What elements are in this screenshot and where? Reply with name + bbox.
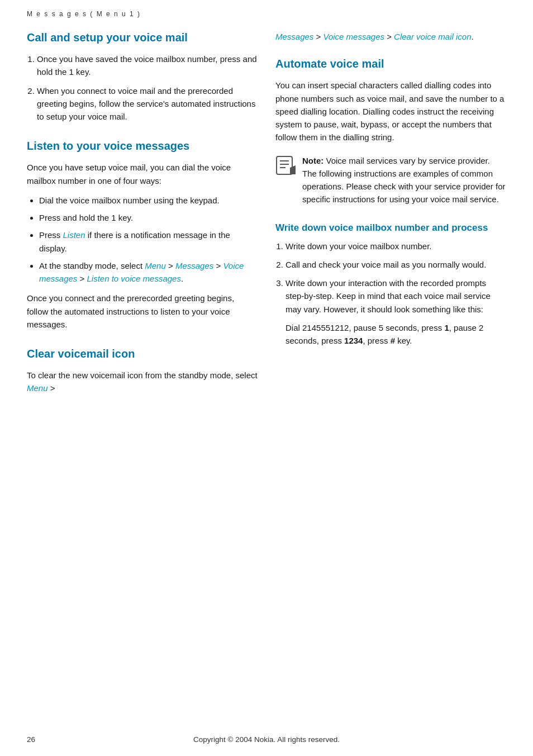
write-step-2: Call and check your voice mail as you no… (285, 258, 506, 271)
listen-link: Listen (63, 230, 85, 240)
steps-call-setup: Once you have saved the voice mailbox nu… (37, 53, 258, 123)
heading-automate: Automate voice mail (275, 56, 506, 71)
section-automate: Automate voice mail You can insert speci… (275, 56, 506, 206)
section-listen: Listen to your voice messages Once you h… (27, 139, 258, 331)
clear-voicemail-para: To clear the new voicemail icon from the… (27, 369, 258, 395)
listen-sub-para: Once you connect and the prerecorded gre… (27, 292, 258, 331)
note-text: Note: Voice mail services vary by servic… (302, 154, 506, 206)
dial-example: Dial 2145551212, pause 5 seconds, press … (285, 321, 506, 348)
write-down-steps: Write down your voice mailbox number. Ca… (285, 240, 506, 348)
section-call-setup: Call and setup your voice mail Once you … (27, 30, 258, 123)
heading-call-setup: Call and setup your voice mail (27, 30, 258, 45)
bullet-3: Press Listen if there is a notification … (39, 229, 258, 255)
breadcrumb-clear: Clear voice mail icon (394, 32, 471, 41)
write-step-3: Write down your interaction with the rec… (285, 277, 506, 347)
footer-copyright: Copyright © 2004 Nokia. All rights reser… (0, 735, 533, 744)
heading-write-down: Write down voice mailbox number and proc… (275, 222, 506, 234)
right-breadcrumb: Messages > Voice messages > Clear voice … (275, 30, 506, 43)
section-write-down: Write down voice mailbox number and proc… (275, 222, 506, 348)
note-bold: Note: (302, 156, 323, 165)
note-icon (275, 155, 296, 175)
breadcrumb-voice-messages: Voice messages (323, 32, 384, 41)
heading-clear-voicemail: Clear voicemail icon (27, 346, 258, 361)
svg-marker-4 (290, 165, 296, 174)
page-breadcrumb: M e s s a g e s ( M e n u 1 ) (27, 10, 506, 18)
automate-para: You can insert special characters called… (275, 79, 506, 144)
bullet-1: Dial the voice mailbox number using the … (39, 194, 258, 207)
menu-link-clear: Menu (27, 383, 48, 393)
write-step-1: Write down your voice mailbox number. (285, 240, 506, 253)
section-clear-voicemail: Clear voicemail icon To clear the new vo… (27, 346, 258, 395)
menu-link-bullet4: Menu (145, 261, 166, 270)
note-body: Voice mail services vary by service prov… (302, 156, 506, 205)
listen-intro: Once you have setup voice mail, you can … (27, 161, 258, 187)
bullet-2: Press and hold the 1 key. (39, 211, 258, 224)
svg-rect-0 (277, 156, 292, 174)
greater-than: > (48, 383, 55, 393)
listen-link-bullet4: Listen to voice messages (87, 274, 180, 283)
step-2: When you connect to voice mail and the p… (37, 84, 258, 123)
note-box: Note: Voice mail services vary by servic… (275, 154, 506, 206)
bullet-4: At the standby mode, select Menu > Messa… (39, 259, 258, 286)
step-1: Once you have saved the voice mailbox nu… (37, 53, 258, 79)
heading-listen: Listen to your voice messages (27, 139, 258, 153)
listen-bullets: Dial the voice mailbox number using the … (39, 194, 258, 286)
messages-link-bullet4: Messages (175, 261, 213, 270)
breadcrumb-messages: Messages (275, 32, 313, 41)
